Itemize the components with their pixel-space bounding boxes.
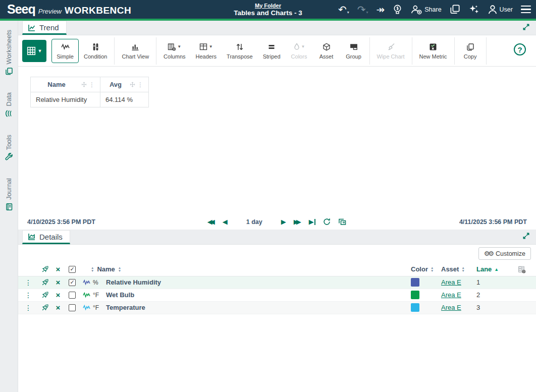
tab-trend[interactable]: Trend <box>22 21 67 35</box>
lane-column-label[interactable]: Lane <box>476 265 492 273</box>
copy-button[interactable]: Copy <box>457 39 484 63</box>
step-forward-full-icon[interactable]: ▶▶ <box>294 218 301 225</box>
remove-item-icon[interactable]: × <box>51 303 65 312</box>
remove-all-icon[interactable]: × <box>51 265 65 273</box>
color-column-label[interactable]: Color <box>411 265 428 273</box>
capture-range-icon[interactable] <box>338 218 347 226</box>
main-menu-button[interactable] <box>521 5 531 15</box>
rocket-icon[interactable] <box>38 304 51 311</box>
group-button[interactable]: Group <box>340 39 367 63</box>
remove-item-icon[interactable]: × <box>51 291 65 299</box>
sidebar-item-worksheets[interactable]: Worksheets <box>5 30 13 75</box>
step-back-full-icon[interactable]: ◀◀ <box>207 218 215 225</box>
refresh-icon[interactable] <box>323 218 331 226</box>
transpose-button[interactable]: Transpose <box>222 39 258 63</box>
asset-link[interactable]: Area E <box>441 291 461 299</box>
row-menu-icon[interactable]: ⋮ <box>18 278 38 287</box>
worksheets-panel-button[interactable] <box>450 4 460 15</box>
ai-assistant-button[interactable] <box>468 4 479 15</box>
journal-label: Journal <box>5 178 13 200</box>
name-column-header[interactable]: Name ⋮ <box>31 77 100 92</box>
redo-button[interactable]: ↷▾ <box>357 5 368 15</box>
striped-button[interactable]: Striped <box>258 39 286 63</box>
rocket-icon[interactable] <box>38 278 51 286</box>
column-menu-icon[interactable]: ⋮ <box>137 81 143 88</box>
simple-button[interactable]: Simple <box>51 39 79 63</box>
avg-column-header[interactable]: Avg ⋮ <box>100 77 149 92</box>
asset-link[interactable]: Area E <box>441 304 461 311</box>
value-lightbulb-button[interactable] <box>393 4 402 15</box>
step-to-end-icon[interactable]: ▶ <box>309 218 316 225</box>
sort-icon[interactable]: ▲▼ <box>461 266 464 272</box>
row-menu-icon[interactable]: ⋮ <box>18 291 38 299</box>
rocket-icon[interactable] <box>38 291 51 299</box>
range-end-time[interactable]: 4/11/2025 3:56 PM <box>459 218 513 226</box>
signal-name[interactable]: Wet Bulb <box>106 291 134 299</box>
range-start-time[interactable]: 4/10/2025 3:56 PM <box>27 218 81 226</box>
details-row-wet-bulb[interactable]: ⋮ × <box>18 289 536 302</box>
asset-button[interactable]: Asset <box>313 39 340 63</box>
chart-view-button[interactable]: Chart View <box>117 39 154 63</box>
headers-button[interactable]: ▼ Headers <box>191 39 222 63</box>
table-row[interactable]: Relative Humidity 64.114 % <box>31 92 149 107</box>
step-forward-half-icon[interactable]: ▶ <box>281 218 286 225</box>
gears-icon: ⚙⚙ <box>484 250 493 257</box>
signal-name[interactable]: Relative Humidity <box>106 278 161 286</box>
duplicate-windows-icon <box>450 4 460 15</box>
column-menu-icon[interactable]: ⋮ <box>89 81 95 88</box>
signal-name[interactable]: Temperature <box>106 304 145 311</box>
range-start-tz[interactable]: PDT <box>83 218 95 226</box>
share-button[interactable]: Share <box>410 5 441 15</box>
range-end-tz[interactable]: PDT <box>514 218 527 226</box>
asset-link[interactable]: Area E <box>441 278 461 286</box>
color-swatch[interactable] <box>411 278 419 287</box>
help-button[interactable]: ? <box>514 43 526 55</box>
move-icon[interactable] <box>130 82 135 87</box>
tab-details[interactable]: Details <box>22 230 70 244</box>
breadcrumb-my-folder[interactable]: My Folder <box>255 3 281 9</box>
user-menu-button[interactable]: User <box>488 5 513 15</box>
view-selector-button[interactable]: ▼ <box>22 40 46 62</box>
details-expand-icon[interactable] <box>522 232 530 240</box>
wipe-chart-button[interactable]: Wipe Chart <box>372 39 410 63</box>
sidebar-item-tools[interactable]: Tools <box>5 135 13 161</box>
row-menu-icon[interactable]: ⋮ <box>18 304 38 312</box>
color-swatch[interactable] <box>411 303 419 312</box>
copy-icon <box>466 42 474 51</box>
colors-button[interactable]: ▼ Colors <box>286 39 313 63</box>
remove-item-icon[interactable]: × <box>51 278 65 287</box>
rocket-header-icon[interactable] <box>38 265 51 273</box>
color-swatch[interactable] <box>411 291 419 299</box>
undo-button[interactable]: ↶▾ <box>338 5 349 15</box>
move-icon[interactable] <box>81 82 87 87</box>
name-column-label[interactable]: Name <box>97 265 115 273</box>
condition-button[interactable]: Condition <box>79 39 112 63</box>
new-metric-button[interactable]: New Metric <box>414 39 452 63</box>
row-checkbox[interactable] <box>69 292 76 299</box>
logo-preview-text: Preview <box>38 8 62 15</box>
user-label: User <box>500 6 513 13</box>
seeq-logo[interactable]: Seeq Preview WORKBENCH <box>7 2 131 17</box>
sidebar-item-journal[interactable]: Journal <box>5 178 13 211</box>
toolbar-separator <box>369 37 370 65</box>
table-columns-icon: ▼ <box>168 42 181 51</box>
trend-expand-icon[interactable] <box>522 23 530 31</box>
sort-ascending-icon[interactable]: ▲ <box>494 267 499 272</box>
duration-label[interactable]: 1 day <box>246 218 262 226</box>
step-back-half-icon[interactable]: ◀ <box>223 218 228 225</box>
row-checkbox[interactable] <box>69 304 76 311</box>
customize-button[interactable]: ⚙⚙ Customize <box>478 247 531 260</box>
table-grid-icon <box>27 46 36 55</box>
asset-column-label[interactable]: Asset <box>441 265 459 273</box>
sort-icon[interactable]: ▲▼ <box>431 266 434 272</box>
details-row-temperature[interactable]: ⋮ × <box>18 302 536 314</box>
add-column-icon[interactable] <box>508 265 536 273</box>
sidebar-item-data[interactable]: Data <box>5 92 13 117</box>
select-all-checkbox[interactable]: ✓ <box>69 266 76 273</box>
details-row-relative-humidity[interactable]: ⋮ × ✓ <box>18 276 536 289</box>
sort-icon[interactable]: ▲▼ <box>91 266 94 272</box>
row-checkbox[interactable]: ✓ <box>69 279 76 286</box>
present-button[interactable]: ↠ <box>376 5 385 15</box>
sort-icon[interactable]: ▲▼ <box>118 266 121 272</box>
columns-button[interactable]: ▼ Columns <box>158 39 190 63</box>
